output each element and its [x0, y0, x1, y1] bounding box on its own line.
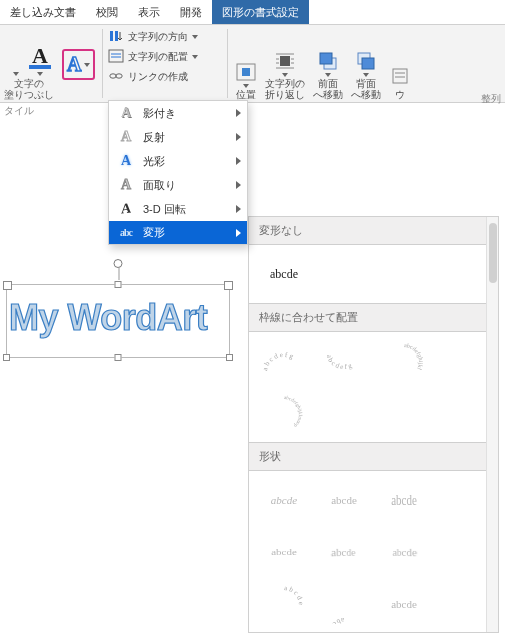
wordart-text[interactable]: My WordArt [7, 297, 229, 339]
rotate-handle[interactable] [114, 259, 123, 268]
tile-follow-path[interactable]: a b c d e f g [319, 338, 369, 384]
bevel-icon: A [117, 177, 135, 193]
menu-glow[interactable]: A 光彩 [109, 149, 247, 173]
wordart-bounding-box[interactable]: My WordArt [6, 284, 230, 358]
ribbon-group-styles: タイル [4, 104, 34, 118]
create-link-label: リンクの作成 [128, 70, 188, 84]
tab-mailings[interactable]: 差し込み文書 [0, 0, 86, 24]
gallery-section-follow-path: 枠線に合わせて配置 [249, 304, 486, 332]
reflection-icon: A [117, 129, 135, 145]
resize-handle[interactable] [115, 354, 122, 361]
tab-view[interactable]: 表示 [128, 0, 170, 24]
text-align-icon [108, 49, 124, 65]
svg-rect-1 [115, 31, 118, 41]
tile-shape[interactable]: abcde [319, 477, 369, 523]
menu-bevel-label: 面取り [143, 178, 176, 193]
tile-follow-path[interactable]: abcdefghijkl [379, 338, 429, 384]
svg-rect-9 [280, 56, 290, 66]
send-backward-icon [355, 50, 377, 72]
gallery-section-shape: 形状 [249, 443, 486, 471]
submenu-arrow-icon [236, 133, 241, 141]
svg-point-5 [110, 74, 116, 78]
tile-follow-path[interactable]: a b c d e f g [259, 338, 309, 384]
text-fill-icon: A [29, 47, 51, 69]
shadow-icon: A [117, 105, 135, 121]
svg-text:abcdefghijklmnop: abcdefghijklmnop [284, 395, 303, 429]
gallery-scrollbar[interactable] [486, 217, 498, 632]
svg-text:a b c d e f g: a b c d e f g [261, 351, 295, 371]
menu-shadow-label: 影付き [143, 106, 176, 121]
tile-shape[interactable]: abcde [383, 526, 431, 579]
text-fill-label: 文字の塗りつぶし [4, 78, 54, 100]
tab-shape-format[interactable]: 図形の書式設定 [212, 0, 309, 24]
tile-no-transform[interactable]: abcde [259, 251, 309, 297]
ribbon-right-overflow-label: ウ [395, 89, 405, 100]
bring-forward-button[interactable]: 前面へ移動 [313, 48, 343, 100]
ribbon-right-overflow[interactable]: ウ [389, 64, 411, 100]
svg-text:a b c d e: a b c d e [327, 616, 345, 624]
menu-transform[interactable]: abc 変形 [109, 221, 247, 244]
menu-3d-rotation[interactable]: A 3-D 回転 [109, 197, 247, 221]
create-link-button[interactable]: リンクの作成 [108, 69, 222, 85]
svg-rect-19 [362, 58, 374, 69]
ribbon-tabs: 差し込み文書 校閲 表示 開発 図形の書式設定 [0, 0, 505, 25]
svg-text:a b c d e: a b c d e [284, 584, 305, 605]
position-icon [235, 61, 257, 83]
ribbon-group-arrange: 整列 [481, 92, 501, 106]
tile-shape[interactable]: abcde [379, 470, 429, 530]
rotate-3d-icon: A [117, 200, 135, 218]
text-fill-button[interactable]: A [29, 45, 51, 76]
bring-forward-label: 前面へ移動 [313, 78, 343, 100]
menu-3d-rotation-label: 3-D 回転 [143, 202, 186, 217]
transform-icon: abc [117, 227, 135, 238]
svg-text:a b c d e f g: a b c d e f g [325, 354, 353, 371]
text-effects-button[interactable]: A [62, 49, 95, 80]
text-effects-menu: A 影付き A 反射 A 光彩 A 面取り A 3-D 回転 abc 変形 [108, 100, 248, 245]
svg-rect-2 [109, 50, 123, 62]
ribbon: A 文字の塗りつぶし A 文字列の方向 文字列の配置 [0, 25, 505, 103]
text-direction-icon [108, 29, 124, 45]
submenu-arrow-icon [236, 109, 241, 117]
send-backward-label: 背面へ移動 [351, 78, 381, 100]
tile-shape[interactable]: abcde [259, 477, 309, 523]
tab-developer[interactable]: 開発 [170, 0, 212, 24]
text-align-label: 文字列の配置 [128, 50, 188, 64]
text-align-button[interactable]: 文字列の配置 [108, 49, 222, 65]
tile-shape[interactable]: abcde [259, 536, 309, 568]
tile-shape[interactable]: abcde [317, 526, 365, 579]
resize-handle[interactable] [115, 281, 122, 288]
ribbon-overflow-caret[interactable] [13, 72, 19, 76]
send-backward-button[interactable]: 背面へ移動 [351, 48, 381, 100]
tile-shape[interactable]: abcde [379, 581, 429, 627]
resize-handle[interactable] [226, 354, 233, 361]
tile-shape[interactable]: a b c d e [319, 581, 369, 627]
submenu-arrow-icon [236, 157, 241, 165]
tile-shape[interactable]: a b c d e [259, 581, 309, 627]
bring-forward-icon [317, 50, 339, 72]
submenu-arrow-icon [236, 205, 241, 213]
menu-glow-label: 光彩 [143, 154, 165, 169]
text-direction-button[interactable]: 文字列の方向 [108, 29, 222, 45]
wrap-text-label: 文字列の折り返し [265, 78, 305, 100]
link-icon [108, 69, 124, 85]
menu-reflection-label: 反射 [143, 130, 165, 145]
menu-shadow[interactable]: A 影付き [109, 101, 247, 125]
text-direction-label: 文字列の方向 [128, 30, 188, 44]
svg-point-6 [116, 74, 122, 78]
glow-icon: A [117, 153, 135, 169]
tab-review[interactable]: 校閲 [86, 0, 128, 24]
position-label: 位置 [236, 89, 256, 100]
svg-rect-17 [320, 53, 332, 64]
transform-gallery: 変形なし abcde 枠線に合わせて配置 a b c d e f g a b c… [248, 216, 499, 633]
menu-transform-label: 変形 [143, 225, 165, 240]
submenu-arrow-icon [236, 181, 241, 189]
selection-pane-icon [389, 66, 411, 88]
menu-bevel[interactable]: A 面取り [109, 173, 247, 197]
svg-rect-8 [242, 68, 250, 76]
tile-follow-path[interactable]: abcdefghijklmnop [259, 390, 309, 436]
position-button[interactable]: 位置 [235, 59, 257, 100]
resize-handle[interactable] [3, 354, 10, 361]
wrap-text-button[interactable]: 文字列の折り返し [265, 48, 305, 100]
menu-reflection[interactable]: A 反射 [109, 125, 247, 149]
svg-rect-20 [393, 69, 407, 83]
